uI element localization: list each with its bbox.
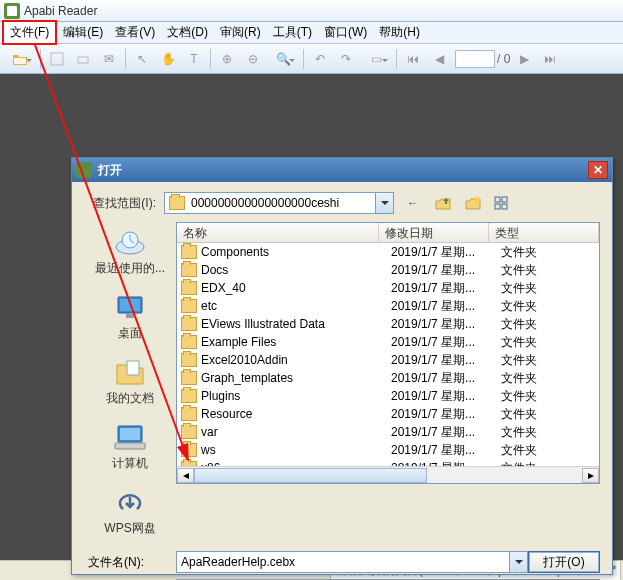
hand-tool[interactable]: ✋ [156, 47, 180, 71]
chevron-down-icon[interactable] [375, 193, 393, 213]
open-button[interactable]: 打开(O) [528, 551, 600, 573]
svg-rect-16 [115, 443, 145, 449]
list-item[interactable]: Docs2019/1/7 星期...文件夹 [177, 261, 599, 279]
file-type: 文件夹 [501, 406, 595, 423]
text-tool[interactable]: T [182, 47, 206, 71]
col-date[interactable]: 修改日期 [379, 223, 489, 242]
filename-combo[interactable]: ApaReaderHelp.cebx [176, 551, 528, 573]
prev-page-button[interactable]: ◀ [427, 47, 451, 71]
list-item[interactable]: Plugins2019/1/7 星期...文件夹 [177, 387, 599, 405]
app-icon [4, 3, 20, 19]
lookin-value: 000000000000000000ceshi [191, 196, 339, 210]
back-button[interactable]: ← [402, 192, 424, 214]
rotate-right-button[interactable]: ↷ [334, 47, 358, 71]
list-item[interactable]: Graph_templates2019/1/7 星期...文件夹 [177, 369, 599, 387]
file-name: Components [201, 245, 391, 259]
last-page-button[interactable]: ⏭ [538, 47, 562, 71]
save-button[interactable] [45, 47, 69, 71]
scroll-thumb[interactable] [194, 468, 427, 483]
file-type: 文件夹 [501, 244, 595, 261]
place-recent[interactable]: 最近使用的... [94, 226, 166, 277]
mail-button[interactable]: ✉ [97, 47, 121, 71]
list-item[interactable]: Resource2019/1/7 星期...文件夹 [177, 405, 599, 423]
pointer-tool[interactable]: ↖ [130, 47, 154, 71]
rotate-left-button[interactable]: ↶ [308, 47, 332, 71]
place-wps[interactable]: WPS网盘 [94, 486, 166, 537]
list-item[interactable]: EViews Illustrated Data2019/1/7 星期...文件夹 [177, 315, 599, 333]
svg-rect-13 [127, 361, 139, 375]
lookin-combo[interactable]: 000000000000000000ceshi [164, 192, 394, 214]
first-page-button[interactable]: ⏮ [401, 47, 425, 71]
menu-item[interactable]: 文档(D) [161, 22, 214, 43]
up-button[interactable] [432, 192, 454, 214]
computer-icon [112, 421, 148, 453]
list-item[interactable]: EDX_402019/1/7 星期...文件夹 [177, 279, 599, 297]
print-button[interactable] [71, 47, 95, 71]
new-folder-button[interactable] [462, 192, 484, 214]
menu-item[interactable]: 查看(V) [109, 22, 161, 43]
list-item[interactable]: var2019/1/7 星期...文件夹 [177, 423, 599, 441]
list-header: 名称 修改日期 类型 [177, 223, 599, 243]
file-name: Plugins [201, 389, 391, 403]
scroll-left-button[interactable]: ◂ [177, 468, 194, 483]
menu-item[interactable]: 文件(F) [2, 20, 57, 45]
title-bar: Apabi Reader [0, 0, 623, 22]
list-item[interactable]: Example Files2019/1/7 星期...文件夹 [177, 333, 599, 351]
place-label: WPS网盘 [104, 520, 155, 537]
svg-rect-12 [126, 314, 134, 318]
file-name: Example Files [201, 335, 391, 349]
place-desktop[interactable]: 桌面 [94, 291, 166, 342]
view-mode-button[interactable]: ▭ [360, 47, 392, 71]
list-item[interactable]: Components2019/1/7 星期...文件夹 [177, 243, 599, 261]
col-type[interactable]: 类型 [489, 223, 599, 242]
zoom-out-button[interactable]: ⊖ [241, 47, 265, 71]
page-input[interactable] [455, 50, 495, 68]
place-label: 我的文档 [106, 390, 154, 407]
file-type: 文件夹 [501, 316, 595, 333]
view-menu-button[interactable] [492, 192, 514, 214]
col-name[interactable]: 名称 [177, 223, 379, 242]
toolbar-separator [210, 49, 211, 69]
file-name: Graph_templates [201, 371, 391, 385]
dialog-title-bar[interactable]: 打开 ✕ [72, 158, 612, 182]
file-type: 文件夹 [501, 262, 595, 279]
close-icon[interactable]: ✕ [588, 161, 608, 179]
scroll-right-button[interactable]: ▸ [582, 468, 599, 483]
folder-icon [181, 443, 197, 457]
file-list: 名称 修改日期 类型 Components2019/1/7 星期...文件夹Do… [176, 222, 600, 484]
place-mydocs[interactable]: 我的文档 [94, 356, 166, 407]
place-label: 最近使用的... [95, 260, 165, 277]
list-item[interactable]: Excel2010Addin2019/1/7 星期...文件夹 [177, 351, 599, 369]
open-button[interactable] [4, 47, 36, 71]
list-item[interactable]: x862019/1/7 星期...文件夹 [177, 459, 599, 466]
file-date: 2019/1/7 星期... [391, 244, 501, 261]
zoom-in-button[interactable]: ⊕ [215, 47, 239, 71]
place-label: 计算机 [112, 455, 148, 472]
file-type: 文件夹 [501, 424, 595, 441]
file-type: 文件夹 [501, 370, 595, 387]
file-date: 2019/1/7 星期... [391, 352, 501, 369]
place-computer[interactable]: 计算机 [94, 421, 166, 472]
file-date: 2019/1/7 星期... [391, 388, 501, 405]
file-date: 2019/1/7 星期... [391, 370, 501, 387]
chevron-down-icon[interactable] [509, 552, 527, 572]
file-date: 2019/1/7 星期... [391, 406, 501, 423]
svg-rect-4 [495, 197, 500, 202]
svg-rect-5 [502, 197, 507, 202]
file-date: 2019/1/7 星期... [391, 442, 501, 459]
horizontal-scrollbar[interactable]: ◂ ▸ [177, 466, 599, 483]
menu-item[interactable]: 窗口(W) [318, 22, 373, 43]
menu-item[interactable]: 帮助(H) [373, 22, 426, 43]
menu-item[interactable]: 编辑(E) [57, 22, 109, 43]
filename-label: 文件名(N): [84, 554, 176, 571]
zoom-combo[interactable]: 🔍 [267, 47, 299, 71]
folder-icon [181, 425, 197, 439]
file-type: 文件夹 [501, 442, 595, 459]
list-item[interactable]: ws2019/1/7 星期...文件夹 [177, 441, 599, 459]
menu-item[interactable]: 审阅(R) [214, 22, 267, 43]
menu-bar: 文件(F)编辑(E)查看(V)文档(D)审阅(R)工具(T)窗口(W)帮助(H) [0, 22, 623, 44]
menu-item[interactable]: 工具(T) [267, 22, 318, 43]
list-item[interactable]: etc2019/1/7 星期...文件夹 [177, 297, 599, 315]
file-type: 文件夹 [501, 280, 595, 297]
next-page-button[interactable]: ▶ [512, 47, 536, 71]
